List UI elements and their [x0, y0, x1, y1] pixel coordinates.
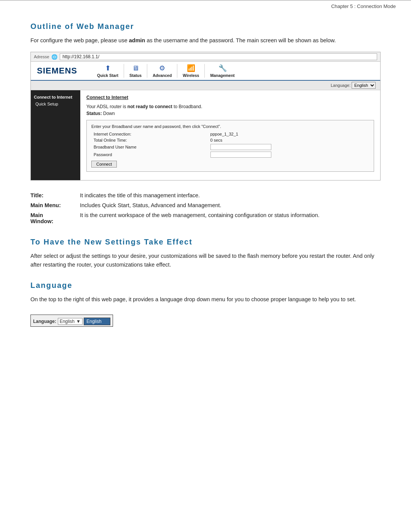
section3-body: On the top to the right of this web page…	[30, 295, 381, 304]
lang-label-screenshot: Language:	[33, 319, 56, 324]
password-input[interactable]	[210, 152, 271, 158]
connect-button[interactable]: Connect	[91, 161, 117, 168]
box-prompt: Enter your Broadband user name and passw…	[91, 124, 369, 129]
lang-dropdown-img: Language: English ▼ English	[30, 315, 113, 327]
nav-item-quickstart[interactable]: ⬆ Quick Start	[92, 64, 124, 78]
lang-dropdown-open: English	[84, 318, 110, 325]
field-value-connection: pppoe_1_32_1	[208, 131, 369, 137]
chapter-header-text: Chapter 5 : Connection Mode	[331, 3, 396, 9]
desc-row-mainwindow: MainWindow: It is the current workspace …	[30, 210, 381, 226]
advanced-icon: ⚙	[157, 64, 167, 72]
router-ui: SIEMENS ⬆ Quick Start 🖥 Status ⚙ Advance…	[31, 62, 380, 180]
sidebar-quicksetup[interactable]: Quick Setup	[34, 102, 77, 106]
router-lang-bar: Language: English	[31, 81, 380, 90]
section1-body-pre: For configure the web page, please use	[30, 37, 129, 43]
nav-item-advanced[interactable]: ⚙ Advanced	[147, 64, 177, 78]
table-row: Internet Connection: pppoe_1_32_1	[91, 131, 369, 137]
lang-value-screenshot: English	[60, 319, 75, 324]
content-status: Your ADSL router is not ready to connect…	[86, 103, 374, 117]
address-label: Adresse	[34, 54, 49, 59]
quickstart-label: Quick Start	[97, 73, 118, 78]
address-url: http://192.168.1.1/	[60, 53, 377, 60]
username-input[interactable]	[210, 144, 271, 150]
browser-addressbar: Adresse 🌐 http://192.168.1.1/	[31, 52, 380, 62]
lang-dropdown-screenshot: Language: English ▼ English	[30, 311, 113, 327]
sidebar-connect[interactable]: Connect to Internet	[34, 95, 77, 99]
table-row: Password	[91, 151, 369, 158]
router-logo: SIEMENS	[37, 66, 83, 76]
nav-item-wireless[interactable]: 📶 Wireless	[177, 64, 205, 78]
section1-body: For configure the web page, please use a…	[30, 36, 381, 45]
desc-term-mainmenu: Main Menu:	[30, 200, 80, 210]
lang-option-english-selected[interactable]: English	[84, 318, 110, 325]
field-label-password: Password	[91, 151, 208, 158]
table-row: Total Online Time: 0 secs	[91, 137, 369, 143]
router-sidebar: Connect to Internet Quick Setup	[31, 90, 80, 180]
status-label: Status	[129, 73, 142, 78]
desc-def-title: It indicates the title of this managemen…	[80, 190, 381, 200]
field-label-onlinetime: Total Online Time:	[91, 137, 208, 143]
content-box: Enter your Broadband user name and passw…	[86, 120, 374, 172]
desc-row-mainmenu: Main Menu: Includes Quick Start, Status,…	[30, 200, 381, 210]
desc-def-mainwindow: It is the current workspace of the web m…	[80, 210, 381, 226]
lang-bar-label: Language:	[331, 83, 350, 88]
nav-item-status[interactable]: 🖥 Status	[124, 64, 147, 78]
management-label: Management	[210, 73, 234, 78]
desc-term-title: Title:	[30, 190, 80, 200]
browser-frame: Adresse 🌐 http://192.168.1.1/ SIEMENS ⬆ …	[30, 52, 381, 181]
desc-term-mainwindow: MainWindow:	[30, 210, 80, 226]
router-nav-items: ⬆ Quick Start 🖥 Status ⚙ Advanced 📶 Wire…	[92, 64, 374, 78]
lang-select[interactable]: English	[352, 82, 376, 89]
content-title: Connect to Internet	[86, 95, 374, 100]
section3-heading: Language	[30, 281, 381, 290]
field-value-onlinetime: 0 secs	[208, 137, 369, 143]
field-input-password[interactable]	[208, 151, 369, 158]
desc-def-mainmenu: Includes Quick Start, Status, Advanced a…	[80, 200, 381, 210]
section1-body-post: as the username and the password. The ma…	[145, 37, 336, 43]
section2-heading: To Have the New Settings Take Effect	[30, 238, 381, 246]
router-form-table: Internet Connection: pppoe_1_32_1 Total …	[91, 131, 369, 158]
router-topnav: SIEMENS ⬆ Quick Start 🖥 Status ⚙ Advance…	[31, 62, 380, 81]
lang-dropdown-inner: Language: English ▼	[33, 318, 83, 325]
status-icon: 🖥	[130, 64, 141, 72]
advanced-label: Advanced	[153, 73, 172, 78]
description-table: Title: It indicates the title of this ma…	[30, 190, 381, 226]
section2-body: After select or adjust the settings to y…	[30, 252, 381, 269]
management-icon: 🔧	[217, 64, 228, 72]
router-content-panel: Connect to Internet Your ADSL router is …	[80, 90, 380, 180]
router-main: Connect to Internet Quick Setup Connect …	[31, 90, 380, 180]
globe-icon: 🌐	[51, 54, 57, 60]
field-input-username[interactable]	[208, 143, 369, 151]
desc-row-title: Title: It indicates the title of this ma…	[30, 190, 381, 200]
field-label-connection: Internet Connection:	[91, 131, 208, 137]
field-label-username: Broadband User Name	[91, 143, 208, 151]
nav-item-management[interactable]: 🔧 Management	[205, 64, 240, 78]
dropdown-arrow-icon: ▼	[76, 319, 81, 324]
section1-admin-text: admin	[129, 37, 145, 43]
quickstart-icon: ⬆	[102, 64, 113, 72]
lang-select-box: English ▼	[58, 318, 83, 325]
wireless-icon: 📶	[186, 64, 196, 72]
wireless-label: Wireless	[183, 73, 199, 78]
table-row: Broadband User Name	[91, 143, 369, 151]
chapter-header: Chapter 5 : Connection Mode	[0, 0, 411, 11]
section1-heading: Outline of Web Manager	[30, 22, 381, 31]
